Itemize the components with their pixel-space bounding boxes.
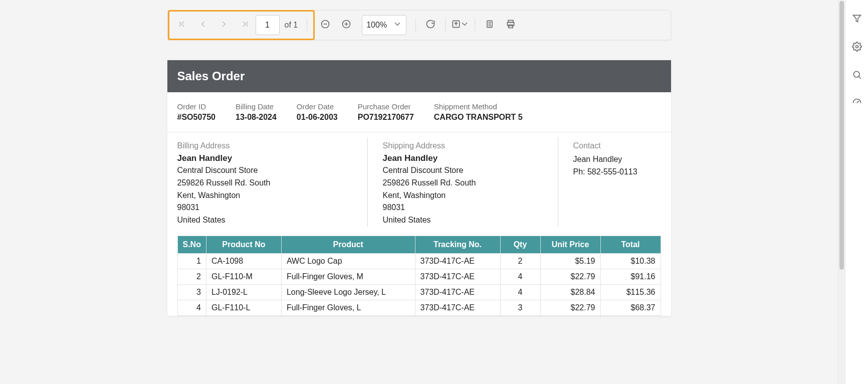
billing-date-label: Billing Date [236, 102, 277, 111]
cell-total: $115.36 [600, 284, 661, 300]
chevron-down-icon [393, 20, 402, 31]
right-sidebar [845, 0, 868, 384]
last-page-button[interactable] [235, 15, 256, 36]
settings-button[interactable] [851, 42, 862, 53]
page-count-label: of 1 [285, 21, 298, 30]
col-tracking: Tracking No. [415, 236, 500, 253]
svg-point-16 [855, 46, 858, 48]
page-icon [485, 19, 495, 31]
print-button[interactable] [500, 15, 521, 36]
table-row: 3LJ-0192-LLong-Sleeve Logo Jersey, L373D… [177, 284, 661, 300]
col-unit: Unit Price [540, 236, 600, 253]
order-id-value: #SO50750 [177, 113, 216, 122]
toolbar-divider [415, 18, 416, 32]
cell-sno: 2 [177, 269, 206, 284]
contact-title: Contact [573, 141, 646, 150]
toolbar-divider [475, 18, 475, 32]
toolbar-divider [307, 18, 307, 32]
first-page-button[interactable] [171, 15, 192, 36]
shipping-address-line: Central Discount Store [383, 164, 543, 177]
chevron-right-icon [220, 20, 229, 31]
billing-address-title: Billing Address [177, 141, 352, 150]
cell-product: Long-Sleeve Logo Jersey, L [281, 284, 415, 300]
table-row: 2GL-F110-MFull-Finger Gloves, M373D-417C… [177, 269, 661, 284]
cell-product: Full-Finger Gloves, L [281, 300, 415, 315]
col-qty: Qty [500, 236, 540, 253]
cell-total: $91.16 [600, 269, 661, 284]
billing-address-line: 98031 [177, 202, 352, 214]
viewport-scrollbar[interactable] [838, 0, 845, 384]
contact-name: Jean Handley [573, 153, 646, 166]
address-row: Billing Address Jean Handley Central Dis… [167, 132, 671, 236]
cell-pno: CA-1098 [206, 253, 281, 269]
zoom-level-value: 100% [366, 21, 387, 30]
filter-button[interactable] [851, 14, 862, 25]
svg-line-18 [858, 77, 860, 79]
order-id-label: Order ID [177, 102, 216, 111]
order-date-value: 01-06-2003 [297, 113, 338, 122]
cell-sno: 1 [177, 253, 206, 269]
cell-unit: $22.79 [540, 300, 600, 315]
minus-circle-icon [320, 19, 330, 31]
cell-qty: 2 [500, 253, 540, 269]
export-button[interactable] [450, 15, 471, 36]
plus-circle-icon [341, 19, 351, 31]
refresh-icon [425, 19, 436, 31]
cell-unit: $5.19 [540, 253, 600, 269]
col-sno: S.No [177, 236, 206, 253]
last-page-icon [241, 20, 250, 31]
page-number-input[interactable] [256, 15, 280, 35]
svg-marker-15 [853, 15, 860, 22]
pagination-group-highlight: of 1 [168, 10, 315, 40]
billing-address-line: 259826 Russell Rd. South [177, 177, 352, 189]
shipment-method-label: Shippment Method [434, 102, 523, 111]
shipment-method-value: CARGO TRANSPORT 5 [434, 113, 523, 122]
scrollbar-thumb[interactable] [839, 1, 844, 270]
cell-pno: GL-F110-M [206, 269, 281, 284]
items-table: S.No Product No Product Tracking No. Qty… [177, 236, 661, 316]
cell-total: $10.38 [600, 253, 661, 269]
zoom-out-button[interactable] [315, 15, 336, 36]
export-icon [451, 19, 461, 31]
cell-pno: LJ-0192-L [206, 284, 281, 300]
table-row: 1CA-1098AWC Logo Cap373D-417C-AE2$5.19$1… [177, 253, 661, 269]
report-toolbar: of 1 100% [167, 10, 671, 40]
shipping-address-title: Shipping Address [383, 141, 543, 150]
col-pno: Product No [206, 236, 281, 253]
cell-tracking: 373D-417C-AE [415, 284, 500, 300]
gauge-icon [852, 98, 862, 110]
purchase-order-label: Purchase Order [358, 102, 414, 111]
cell-pno: GL-F110-L [206, 300, 281, 315]
contact-phone: Ph: 582-555-0113 [573, 166, 646, 178]
shipping-address-line: 98031 [383, 202, 543, 214]
page-setup-button[interactable] [479, 15, 500, 36]
cell-tracking: 373D-417C-AE [415, 269, 500, 284]
cell-unit: $22.79 [540, 269, 600, 284]
cell-qty: 4 [500, 269, 540, 284]
cell-qty: 3 [500, 300, 540, 315]
shipping-address-line: 259826 Russell Rd. South [383, 177, 543, 189]
cell-sno: 3 [177, 284, 206, 300]
billing-address-line: United States [177, 214, 352, 227]
print-icon [506, 19, 516, 31]
prev-page-button[interactable] [192, 15, 213, 36]
document-title: Sales Order [167, 60, 671, 92]
cell-total: $68.37 [600, 300, 661, 315]
next-page-button[interactable] [213, 15, 235, 36]
performance-button[interactable] [851, 98, 862, 109]
shipping-address-name: Jean Handley [383, 153, 543, 163]
table-row: 4GL-F110-LFull-Finger Gloves, L373D-417C… [177, 300, 661, 315]
order-meta-row: Order ID #SO50750 Billing Date 13-08-202… [167, 92, 671, 132]
toolbar-divider [445, 18, 446, 32]
refresh-button[interactable] [420, 15, 441, 36]
search-button[interactable] [851, 70, 862, 81]
order-date-label: Order Date [297, 102, 338, 111]
cell-tracking: 373D-417C-AE [415, 253, 500, 269]
purchase-order-value: PO7192170677 [358, 113, 414, 122]
zoom-in-button[interactable] [336, 15, 357, 36]
cell-sno: 4 [177, 300, 206, 315]
zoom-level-select[interactable]: 100% [362, 15, 406, 35]
cell-tracking: 373D-417C-AE [415, 300, 500, 315]
cell-unit: $28.84 [540, 284, 600, 300]
cell-product: AWC Logo Cap [281, 253, 415, 269]
